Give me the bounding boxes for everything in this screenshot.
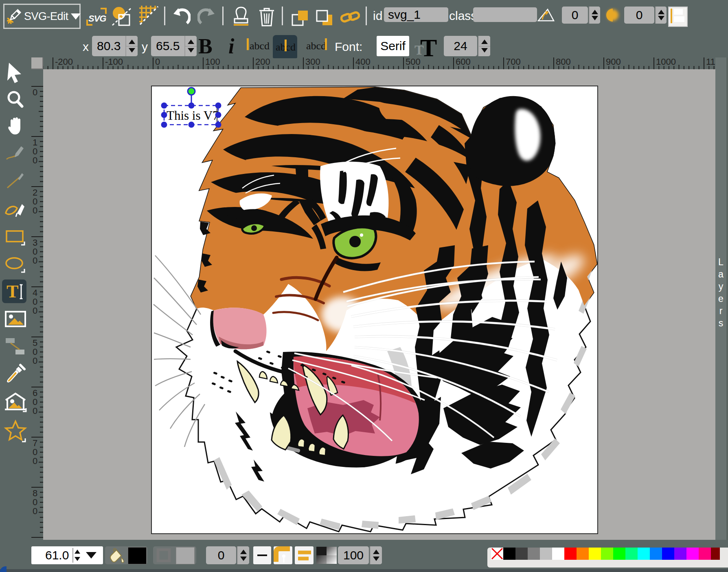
svg-text:500: 500 (406, 57, 421, 67)
svg-text:-100: -100 (105, 57, 123, 67)
svg-text:-200: -200 (55, 57, 73, 67)
svg-text:SVG: SVG (88, 13, 106, 24)
svg-text:900: 900 (606, 57, 621, 67)
svg-text:200: 200 (255, 57, 270, 67)
svg-text:600: 600 (456, 57, 471, 67)
svg-text:0: 0 (33, 255, 37, 266)
svg-text:T: T (7, 282, 18, 301)
svg-text:100: 100 (205, 57, 220, 67)
svg-text:0: 0 (33, 205, 37, 216)
svg-text:0: 0 (33, 306, 37, 316)
svg-text:700: 700 (506, 57, 521, 67)
svg-text:0: 0 (33, 456, 37, 466)
svg-text:0: 0 (33, 506, 37, 516)
svg-text:1000: 1000 (656, 57, 676, 67)
svg-text:400: 400 (355, 57, 371, 67)
svg-text:800: 800 (556, 57, 571, 67)
svg-text:0: 0 (33, 87, 37, 97)
svg-text:This is V7: This is V7 (167, 108, 219, 123)
svg-text:0: 0 (33, 356, 37, 366)
svg-text:0: 0 (33, 406, 37, 416)
svg-text:300: 300 (305, 57, 320, 67)
svg-text:0: 0 (155, 57, 160, 67)
svg-text:0: 0 (33, 155, 37, 165)
